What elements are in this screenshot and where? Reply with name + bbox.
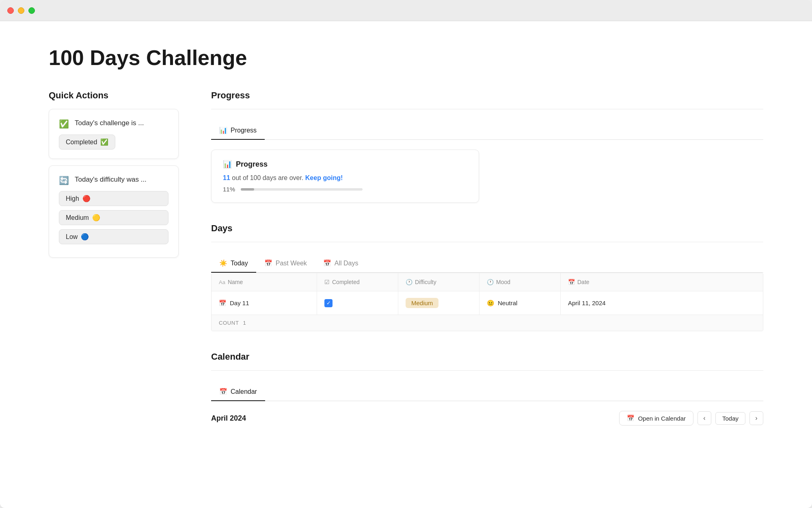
quick-actions-column: Quick Actions ✅ Today's challenge is ...… <box>49 90 179 264</box>
titlebar <box>0 0 812 21</box>
open-in-calendar-button[interactable]: 📅 Open in Calendar <box>619 411 693 426</box>
difficulty-badge: Medium <box>406 298 438 308</box>
calendar-divider <box>211 370 763 371</box>
tab-past-week[interactable]: 📅 Past Week <box>256 254 315 273</box>
close-button[interactable] <box>7 7 14 14</box>
today-tab-label: Today <box>231 260 248 267</box>
today-tab-icon: ☀️ <box>219 259 227 267</box>
difficulty-medium-label: Medium <box>66 214 89 221</box>
col-difficulty-label: Difficulty <box>415 279 436 285</box>
difficulty-card: 🔄 Today's difficulty was ... High 🔴 Medi… <box>49 165 179 258</box>
row-mood: 😐 Neutral <box>479 291 561 315</box>
col-completed: ☑ Completed <box>317 273 398 291</box>
progress-card-icon: 📊 <box>223 160 232 169</box>
right-column: Progress 📊 Progress 📊 Progress <box>211 90 763 446</box>
col-name-icon: Aa <box>219 279 225 285</box>
row-name-text: Day 11 <box>230 300 249 306</box>
calendar-month: April 2024 <box>211 414 246 423</box>
challenge-card-icon: ✅ <box>59 119 69 129</box>
completed-button[interactable]: Completed ✅ <box>59 135 115 150</box>
progress-heading: Progress <box>211 90 763 101</box>
difficulty-low-label: Low <box>66 233 78 241</box>
page-title: 100 Days Challenge <box>49 46 763 70</box>
page-content: 100 Days Challenge Quick Actions ✅ Today… <box>0 21 812 478</box>
row-name-icon: 📅 <box>219 300 227 307</box>
progress-card-header: 📊 Progress <box>223 160 467 169</box>
progress-tab-label: Progress <box>231 127 257 134</box>
difficulty-high-button[interactable]: High 🔴 <box>59 191 168 206</box>
calendar-heading: Calendar <box>211 352 763 362</box>
col-mood-icon: 🕐 <box>487 279 494 285</box>
progress-tab-icon: 📊 <box>219 126 227 134</box>
row-name: 📅 Day 11 <box>212 291 317 315</box>
calendar-prev-button[interactable]: ‹ <box>698 411 711 425</box>
count-label: COUNT <box>219 320 239 326</box>
days-heading: Days <box>211 223 763 234</box>
row-difficulty: Medium <box>398 291 479 315</box>
date-text: April 11, 2024 <box>568 300 606 306</box>
tab-progress[interactable]: 📊 Progress <box>211 122 265 140</box>
col-completed-label: Completed <box>332 279 360 285</box>
table-row[interactable]: 📅 Day 11 ✓ Medium 😐 Neutral <box>212 291 763 315</box>
mood-text: Neutral <box>498 300 517 306</box>
difficulty-high-dot: 🔴 <box>82 195 91 202</box>
calendar-nav: 📅 Open in Calendar ‹ Today › <box>619 411 763 426</box>
past-week-tab-label: Past Week <box>276 260 307 267</box>
all-days-tab-label: All Days <box>335 260 358 267</box>
progress-description: 11 out of 100 days are over. Keep going! <box>223 174 467 182</box>
next-icon: › <box>755 415 757 422</box>
calendar-next-button[interactable]: › <box>749 411 763 425</box>
challenge-card-title: Today's challenge is ... <box>75 118 144 128</box>
col-date: 📅 Date <box>561 273 763 291</box>
main-layout: Quick Actions ✅ Today's challenge is ...… <box>49 90 763 446</box>
minimize-button[interactable] <box>18 7 24 14</box>
progress-text-mid: out of 100 days are over. <box>230 174 305 181</box>
col-date-icon: 📅 <box>568 279 575 285</box>
calendar-tab-label: Calendar <box>231 388 257 395</box>
progress-bar-row: 11% <box>223 186 467 193</box>
app-window: 100 Days Challenge Quick Actions ✅ Today… <box>0 0 812 508</box>
col-date-label: Date <box>577 279 590 285</box>
calendar-tab-icon: 📅 <box>219 388 227 395</box>
progress-card-title: Progress <box>236 160 268 169</box>
calendar-tab-bar: 📅 Calendar <box>211 383 763 401</box>
difficulty-low-button[interactable]: Low 🔵 <box>59 229 168 244</box>
days-tab-bar: ☀️ Today 📅 Past Week 📅 All Days <box>211 254 763 273</box>
open-cal-icon: 📅 <box>627 415 635 422</box>
calendar-toolbar: April 2024 📅 Open in Calendar ‹ Today <box>211 411 763 426</box>
days-table: Aa Name ☑ Completed 🕐 Difficulty <box>211 273 763 331</box>
col-difficulty: 🕐 Difficulty <box>398 273 479 291</box>
calendar-today-button[interactable]: Today <box>715 412 745 425</box>
progress-bar-background <box>241 188 363 191</box>
prev-icon: ‹ <box>703 415 705 422</box>
tab-all-days[interactable]: 📅 All Days <box>315 254 367 273</box>
difficulty-medium-dot: 🟡 <box>92 214 100 221</box>
keep-going-link[interactable]: Keep going! <box>305 174 343 181</box>
completed-checkbox[interactable]: ✓ <box>324 299 333 307</box>
col-name: Aa Name <box>212 273 317 291</box>
calendar-section: Calendar 📅 Calendar April 2024 📅 <box>211 352 763 426</box>
table-header: Aa Name ☑ Completed 🕐 Difficulty <box>212 273 763 291</box>
maximize-button[interactable] <box>28 7 35 14</box>
days-section: Days ☀️ Today 📅 Past Week 📅 <box>211 223 763 331</box>
col-name-label: Name <box>228 279 243 285</box>
mood-icon: 😐 <box>487 300 495 307</box>
difficulty-medium-button[interactable]: Medium 🟡 <box>59 210 168 225</box>
tab-calendar[interactable]: 📅 Calendar <box>211 383 265 401</box>
col-completed-icon: ☑ <box>324 279 330 285</box>
completed-button-icon: ✅ <box>100 138 108 146</box>
row-completed: ✓ <box>317 291 398 315</box>
all-days-tab-icon: 📅 <box>323 259 331 267</box>
col-difficulty-icon: 🕐 <box>406 279 412 285</box>
difficulty-card-title: Today's difficulty was ... <box>75 175 147 185</box>
days-divider <box>211 242 763 242</box>
progress-tab-bar: 📊 Progress <box>211 122 763 140</box>
count-value: 1 <box>243 320 246 326</box>
tab-today[interactable]: ☀️ Today <box>211 254 256 273</box>
difficulty-high-label: High <box>66 195 79 202</box>
completed-button-label: Completed <box>66 139 97 146</box>
days-done: 11 <box>223 174 230 181</box>
challenge-card-header: ✅ Today's challenge is ... <box>59 118 168 129</box>
difficulty-card-icon: 🔄 <box>59 176 69 185</box>
progress-percent: 11% <box>223 186 235 193</box>
